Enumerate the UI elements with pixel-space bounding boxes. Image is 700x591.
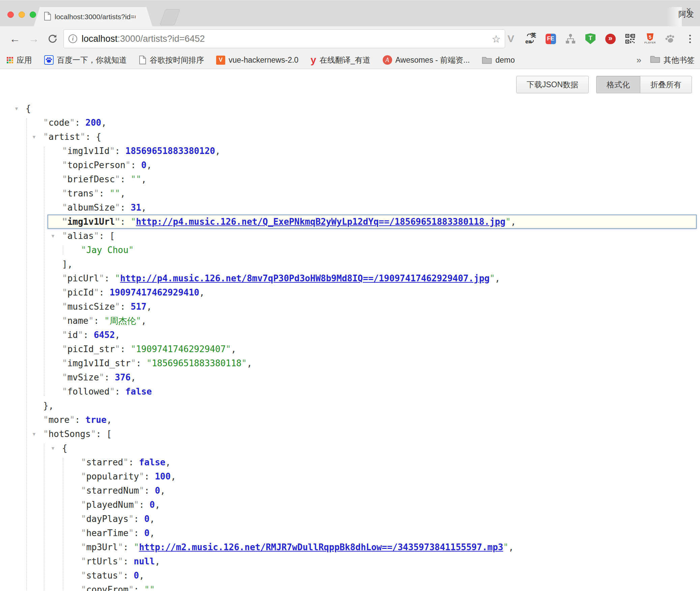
- json-punctuation: : [: [96, 429, 112, 439]
- fe-helper-icon[interactable]: FE: [545, 33, 556, 45]
- close-window-button[interactable]: [7, 11, 14, 18]
- active-tab[interactable]: localhost:3000/artists?id=645: [34, 7, 152, 27]
- json-punctuation: : {: [85, 132, 101, 142]
- video-fastforward-icon[interactable]: »: [605, 33, 616, 45]
- json-key: starredNum: [81, 486, 144, 496]
- json-key: hotSongs: [43, 429, 96, 439]
- collapse-toggle-icon[interactable]: ▼: [30, 130, 38, 144]
- info-icon[interactable]: i: [68, 34, 77, 43]
- json-punctuation: ,: [107, 415, 112, 425]
- bookmarks-items: 应用百度一下，你就知道谷歌按时间排序Vvue-hackernews-2.0y在线…: [0, 55, 515, 65]
- json-punctuation: :: [104, 372, 115, 382]
- page-icon: [139, 55, 146, 65]
- bookmark-google-sort[interactable]: 谷歌按时间排序: [139, 55, 204, 65]
- json-punctuation: ,: [139, 570, 144, 581]
- minimize-window-button[interactable]: [19, 11, 25, 18]
- json-line: rtUrls: null,: [0, 554, 700, 568]
- json-punctuation: },: [43, 401, 54, 411]
- json-line: followed: false: [0, 384, 700, 399]
- tampermonkey-icon[interactable]: T: [585, 33, 596, 45]
- json-value-string: [131, 174, 141, 184]
- json-punctuation: ,: [150, 528, 155, 538]
- bookmark-youdao-translate[interactable]: y在线翻译_有道: [311, 55, 370, 65]
- json-key: dayPlays: [81, 514, 134, 524]
- json-line: copyFrom: ,: [0, 583, 700, 591]
- bookmark-label: demo: [495, 56, 515, 65]
- vue-devtools-icon[interactable]: V: [505, 33, 516, 45]
- json-key: popularity: [81, 471, 144, 481]
- json-punctuation: :: [123, 570, 134, 581]
- translator-icon[interactable]: 英en: [525, 33, 536, 45]
- json-value-number: 200: [85, 118, 101, 128]
- json-value-number: false: [125, 386, 152, 397]
- json-value-number: 0: [150, 500, 155, 510]
- json-value-number: 517: [131, 302, 147, 312]
- bookmark-demo[interactable]: demo: [482, 56, 515, 65]
- json-value-number: 19097417462929410: [110, 287, 199, 298]
- address-bar[interactable]: i localhost:3000/artists?id=6452 ☆: [63, 29, 505, 48]
- json-url-link[interactable]: http://p4.music.126.net/8mv7qP30Pd3oHW8b…: [120, 273, 490, 283]
- json-punctuation: ,: [141, 316, 147, 326]
- json-punctuation: :: [136, 358, 146, 368]
- collapse-toggle-icon[interactable]: ▼: [30, 427, 38, 441]
- paw-icon[interactable]: [665, 33, 675, 45]
- json-punctuation: :: [120, 174, 130, 184]
- bookmarks-overflow-button[interactable]: »: [637, 55, 641, 65]
- forward-button[interactable]: →: [26, 26, 41, 51]
- json-line: dayPlays: 0,: [0, 512, 700, 526]
- collapse-all-button[interactable]: 折叠所有: [640, 76, 692, 93]
- json-key: mp3Url: [81, 542, 123, 552]
- indent-guide: [26, 118, 27, 591]
- json-url-link[interactable]: http://m2.music.126.net/RMJR7wDullRqppBk…: [139, 542, 503, 552]
- collapse-toggle-icon[interactable]: ▼: [49, 229, 57, 243]
- json-url-link[interactable]: http://p4.music.126.net/Q_ExePNkmqB2yWyL…: [136, 217, 505, 227]
- menu-dots-icon[interactable]: [684, 33, 695, 45]
- json-value-number: 100: [155, 471, 171, 481]
- profile-name[interactable]: 阿发: [678, 0, 694, 27]
- reload-button[interactable]: [45, 26, 60, 51]
- json-key: followed: [62, 386, 115, 397]
- json-key: more: [43, 415, 75, 425]
- format-button[interactable]: 格式化: [596, 76, 640, 93]
- html5-player-icon[interactable]: 5PLAYER: [645, 33, 655, 45]
- json-string-quotes: http://p4.music.126.net/Q_ExePNkmqB2yWyL…: [131, 217, 511, 227]
- json-line: musicSize: 517,: [0, 300, 700, 314]
- json-punctuation: ,: [141, 203, 147, 213]
- json-punctuation: :: [120, 203, 130, 213]
- qr-code-icon[interactable]: [625, 33, 636, 45]
- tab-bar: localhost:3000/artists?id=645 × 阿发: [0, 0, 700, 26]
- json-punctuation: ,: [231, 344, 236, 354]
- json-punctuation: :: [75, 415, 85, 425]
- json-value-number: true: [85, 415, 107, 425]
- other-bookmarks-folder[interactable]: 其他书签: [650, 55, 695, 65]
- bookmark-awesomes[interactable]: AAwesomes - 前端资...: [383, 55, 470, 65]
- json-key: hearTime: [81, 528, 134, 538]
- bookmarks-bar: 应用百度一下，你就知道谷歌按时间排序Vvue-hackernews-2.0y在线…: [0, 51, 700, 69]
- bookmark-baidu[interactable]: 百度一下，你就知道: [44, 55, 127, 65]
- json-punctuation: ,: [146, 160, 152, 170]
- download-json-button[interactable]: 下载JSON数据: [516, 76, 589, 93]
- zoom-window-button[interactable]: [30, 11, 36, 18]
- sitemap-icon[interactable]: [565, 33, 576, 45]
- json-value-number: 0: [134, 570, 139, 581]
- json-key: starred: [81, 457, 128, 467]
- bookmark-star-icon[interactable]: ☆: [492, 33, 501, 45]
- json-punctuation: :: [134, 514, 144, 524]
- json-line: mvSize: 376,: [0, 370, 700, 384]
- collapse-toggle-icon[interactable]: ▼: [49, 441, 57, 455]
- collapse-toggle-icon[interactable]: ▼: [13, 101, 20, 116]
- back-button[interactable]: ←: [7, 26, 22, 51]
- url-text[interactable]: localhost:3000/artists?id=6452: [82, 34, 205, 44]
- json-punctuation: ,: [511, 217, 516, 227]
- json-punctuation: {: [62, 443, 67, 453]
- json-value-string: Jay Chou: [81, 245, 134, 255]
- json-punctuation: : [: [99, 231, 115, 241]
- bookmark-apps[interactable]: 应用: [7, 55, 32, 65]
- json-punctuation: :: [83, 330, 94, 340]
- bookmark-vue-hackernews[interactable]: Vvue-hackernews-2.0: [216, 56, 298, 65]
- bookmark-label: 应用: [17, 55, 32, 65]
- json-punctuation: ,: [155, 500, 160, 510]
- tab-title: localhost:3000/artists?id=645: [55, 13, 136, 21]
- json-key: img1v1Url: [62, 217, 120, 227]
- new-tab-button[interactable]: [159, 9, 180, 25]
